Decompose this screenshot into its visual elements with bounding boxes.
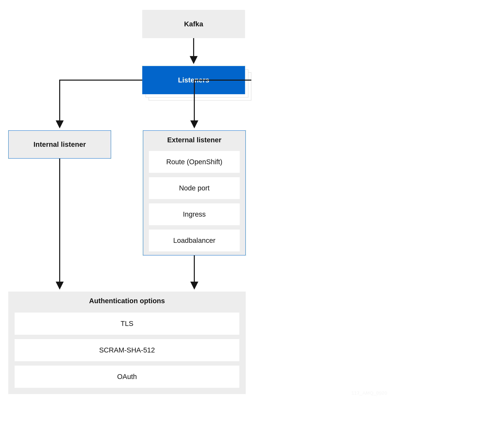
external-item-nodeport: Node port [149,177,240,199]
node-external-listener: External listener Route (OpenShift) Node… [143,130,246,255]
node-listeners: Listeners [142,66,245,94]
watermark: 117_AMQ_0920 [351,390,387,396]
edge-listeners-internal [60,80,142,126]
diagram-canvas: Kafka Listeners Internal listener Extern… [0,0,504,446]
external-item-loadbalancer: Loadbalancer [149,230,240,251]
node-internal-listener: Internal listener [8,130,111,159]
auth-item-oauth: OAuth [15,366,239,388]
auth-item-scram: SCRAM-SHA-512 [15,339,239,361]
external-item-route: Route (OpenShift) [149,151,240,173]
node-kafka-label: Kafka [184,20,203,28]
node-listeners-label: Listeners [178,76,209,84]
node-kafka: Kafka [142,10,245,38]
node-internal-listener-label: Internal listener [34,140,86,149]
external-item-ingress: Ingress [149,203,240,225]
node-external-listener-label: External listener [167,136,221,144]
auth-item-tls: TLS [15,313,239,335]
node-auth-options: Authentication options TLS SCRAM-SHA-512… [8,292,246,394]
node-auth-options-label: Authentication options [89,297,165,305]
